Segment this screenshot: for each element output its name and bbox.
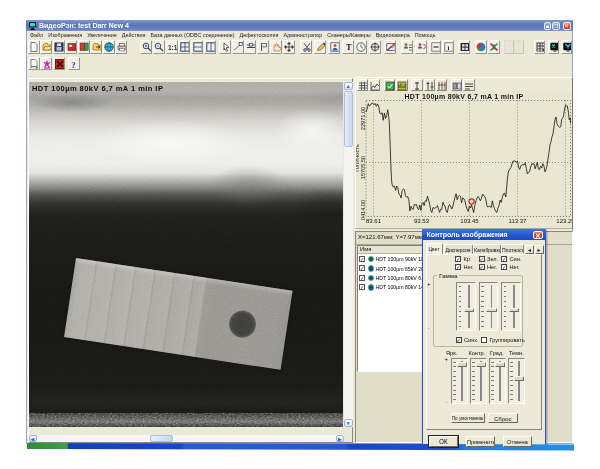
svg-text:83.61: 83.61 — [366, 218, 382, 224]
svg-text:T: T — [346, 42, 352, 52]
svg-text:?: ? — [71, 59, 76, 68]
svg-text:103.45: 103.45 — [460, 218, 479, 224]
svg-text:0414.00: 0414.00 — [360, 200, 366, 220]
svg-text:113.37: 113.37 — [509, 218, 528, 224]
svg-text:123.29: 123.29 — [556, 218, 572, 224]
svg-text:15705.50: 15705.50 — [360, 156, 366, 179]
svg-text:i: i — [447, 44, 449, 52]
svg-text:22971.00: 22971.00 — [360, 107, 366, 130]
svg-text:1:1: 1:1 — [168, 44, 177, 51]
svg-text:93.53: 93.53 — [414, 218, 430, 224]
svg-text:HDT 100µm 80kV 6,7 mA 1 min IP: HDT 100µm 80kV 6,7 mA 1 min IP — [405, 93, 524, 101]
svg-text:Плотность: Плотность — [356, 144, 360, 171]
